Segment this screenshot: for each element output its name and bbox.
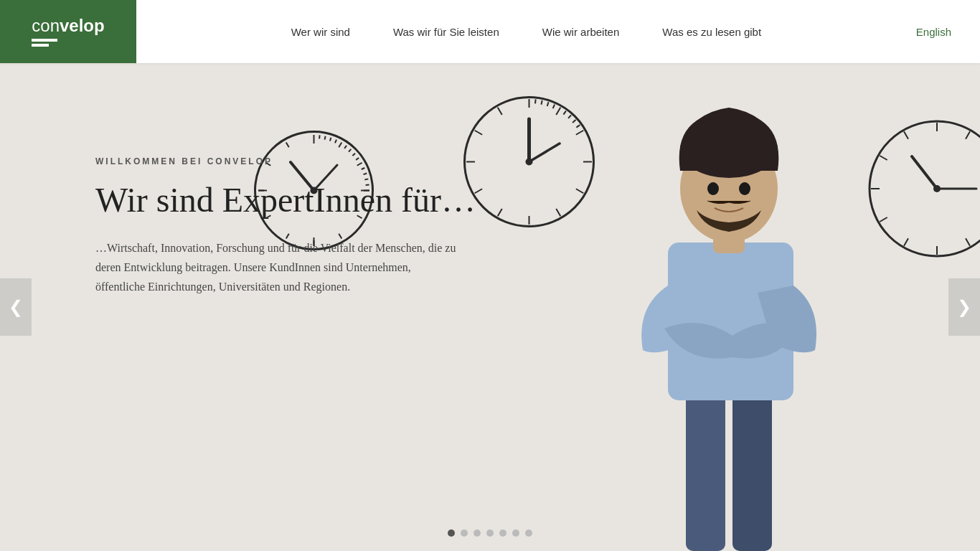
svg-rect-74 — [732, 386, 772, 551]
svg-line-63 — [966, 238, 970, 245]
svg-line-47 — [541, 100, 542, 105]
clock-center-icon — [459, 92, 599, 232]
svg-point-72 — [933, 185, 941, 192]
svg-line-69 — [904, 131, 908, 138]
svg-rect-0 — [32, 39, 57, 42]
svg-line-48 — [547, 102, 549, 106]
svg-line-46 — [535, 99, 536, 103]
svg-line-53 — [576, 125, 580, 128]
svg-line-22 — [344, 146, 347, 149]
slider-dots — [448, 529, 532, 537]
language-switch[interactable]: English — [916, 26, 951, 38]
chevron-right-icon: ❯ — [957, 297, 971, 317]
nav-item-was-wir-leisten[interactable]: Was wir für Sie leisten — [393, 26, 499, 38]
svg-line-50 — [563, 111, 566, 115]
svg-line-49 — [553, 105, 555, 108]
svg-line-65 — [904, 238, 908, 245]
svg-line-41 — [498, 209, 502, 216]
svg-line-23 — [349, 149, 351, 152]
nav-item-was-zu-lesen[interactable]: Was es zu lesen gibt — [662, 26, 761, 38]
svg-rect-1 — [32, 44, 49, 47]
svg-line-24 — [352, 154, 355, 156]
slider-prev-button[interactable]: ❮ — [0, 278, 32, 336]
svg-line-51 — [568, 115, 571, 118]
hero-subtitle: WILLKOMMEN BEI CONVELOP — [95, 156, 476, 166]
hero-body: …Wirtschaft, Innovation, Forschung und f… — [95, 238, 461, 297]
slider-dot-6[interactable] — [512, 529, 519, 537]
svg-line-59 — [966, 131, 970, 138]
chevron-left-icon: ❮ — [9, 297, 23, 317]
site-header: convelop Wer wir sind Was wir für Sie le… — [0, 0, 980, 63]
slider-dot-5[interactable] — [499, 529, 507, 537]
svg-line-52 — [573, 120, 575, 123]
slider-next-button[interactable]: ❯ — [948, 278, 980, 336]
clock-right-icon — [865, 117, 980, 260]
main-nav: Wer wir sind Was wir für Sie leisten Wie… — [136, 26, 916, 38]
hero-title: Wir sind ExpertInnen für… — [95, 179, 476, 221]
svg-line-19 — [325, 136, 326, 140]
svg-line-38 — [576, 189, 583, 193]
svg-line-21 — [335, 140, 336, 143]
slider-dot-3[interactable] — [473, 529, 481, 537]
svg-point-80 — [739, 182, 750, 195]
person-illustration — [593, 77, 865, 551]
svg-line-20 — [330, 138, 331, 141]
svg-line-66 — [880, 217, 887, 222]
svg-line-18 — [319, 135, 320, 138]
svg-line-55 — [529, 143, 560, 162]
svg-line-39 — [556, 209, 560, 216]
svg-line-45 — [498, 108, 502, 115]
nav-item-wie-wir-arbeiten[interactable]: Wie wir arbeiten — [542, 26, 620, 38]
slider-dot-7[interactable] — [525, 529, 532, 537]
svg-line-68 — [880, 156, 887, 160]
svg-line-36 — [576, 131, 583, 135]
slider-dot-1[interactable] — [448, 529, 455, 537]
svg-point-79 — [707, 182, 719, 195]
svg-line-42 — [475, 189, 482, 193]
svg-line-35 — [556, 108, 560, 115]
nav-item-wer-wir-sind[interactable]: Wer wir sind — [291, 26, 350, 38]
logo[interactable]: convelop — [0, 0, 136, 63]
svg-line-7 — [339, 142, 341, 147]
svg-point-56 — [526, 159, 533, 166]
svg-line-70 — [912, 156, 937, 189]
hero-section: WILLKOMMEN BEI CONVELOP Wir sind ExpertI… — [0, 63, 980, 551]
hero-text-block: WILLKOMMEN BEI CONVELOP Wir sind ExpertI… — [95, 156, 476, 296]
slider-dot-4[interactable] — [486, 529, 494, 537]
svg-line-44 — [475, 131, 482, 135]
svg-rect-73 — [686, 386, 725, 551]
slider-dot-2[interactable] — [461, 529, 468, 537]
svg-line-17 — [286, 142, 289, 147]
logo-bars-icon — [32, 39, 57, 47]
logo-wordmark: convelop — [32, 16, 104, 36]
